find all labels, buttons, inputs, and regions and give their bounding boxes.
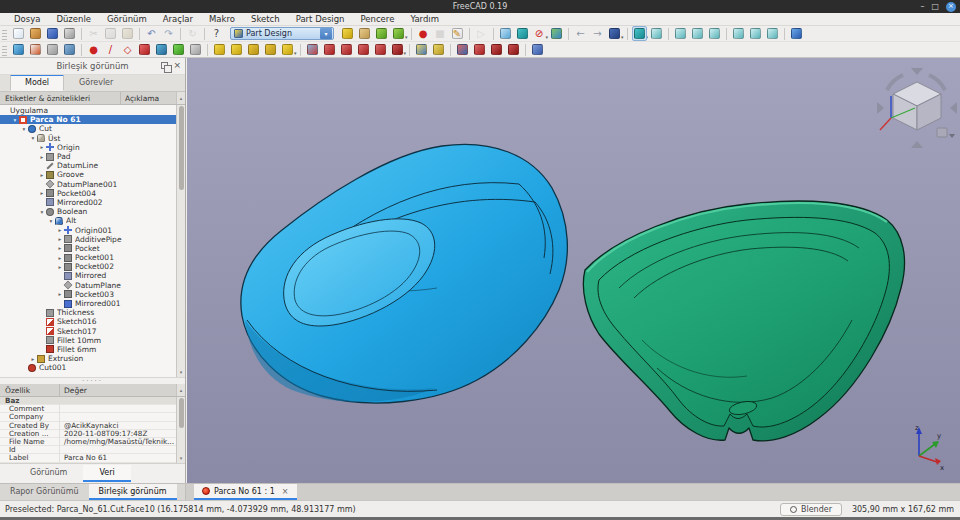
tab-g-revler[interactable]: Görevler [64, 75, 128, 91]
nav-back-button[interactable]: ← [573, 26, 588, 41]
tree-scrollbar-thumb[interactable] [179, 106, 184, 190]
tree-scroll-up-icon[interactable]: ▴ [176, 92, 185, 104]
property-scroll-up-icon[interactable]: ▴ [176, 384, 185, 396]
expander-icon[interactable]: ▸ [38, 172, 46, 178]
tree-item-datumline[interactable]: DatumLine [0, 161, 176, 170]
measure-distance-button[interactable] [789, 26, 804, 41]
workbench-selector[interactable]: Part Design▾ [230, 27, 334, 40]
nav-forward-button[interactable]: → [590, 26, 605, 41]
property-scroll-down-icon[interactable]: ▾ [177, 454, 185, 463]
tree-item-additivepipe[interactable]: ▸AdditivePipe [0, 235, 176, 244]
tree-item-cut001[interactable]: Cut001 [0, 363, 176, 372]
tree-item-thickness[interactable]: Thickness [0, 308, 176, 317]
view-axonometric-button[interactable] [649, 26, 664, 41]
additive-primitive-button[interactable] [280, 42, 295, 57]
zoom-region-button[interactable] [632, 26, 647, 41]
tree-item-cut[interactable]: ▾Cut [0, 124, 176, 133]
expander-icon[interactable]: ▾ [11, 117, 19, 123]
menu-part-design[interactable]: Part Design [288, 13, 353, 26]
datum-line-button[interactable]: / [103, 42, 118, 57]
make-link-button[interactable] [374, 26, 389, 41]
view-top-button[interactable] [690, 26, 705, 41]
macro-record-button[interactable]: ● [416, 26, 431, 41]
expander-icon[interactable]: ▸ [38, 154, 46, 160]
maximize-icon[interactable]: □ [931, 2, 939, 11]
expander-icon[interactable]: ▾ [38, 209, 46, 215]
expander-icon[interactable]: ▸ [56, 227, 64, 233]
navigation-style-button[interactable]: Blender [780, 503, 842, 516]
revolution-button[interactable] [229, 42, 244, 57]
menu-yard-m[interactable]: Yardım [402, 13, 447, 26]
tree-item-fillet-6mm[interactable]: Fillet 6mm [0, 345, 176, 354]
undo-button[interactable]: ↶ [144, 26, 159, 41]
std-group-button[interactable] [357, 26, 372, 41]
tree-item-parca-no-61[interactable]: ▾Parca No 61 [0, 115, 176, 124]
menu-ara-lar[interactable]: Araçlar [155, 13, 201, 26]
paste-button[interactable] [120, 26, 135, 41]
property-scrollbar-thumb[interactable] [179, 398, 184, 428]
tree-item-st[interactable]: ▾Üst [0, 134, 176, 143]
additive-loft-button[interactable] [246, 42, 261, 57]
multi-transform-button[interactable] [431, 42, 446, 57]
chamfer-button[interactable] [472, 42, 487, 57]
menu-pencere[interactable]: Pencere [353, 13, 403, 26]
view-front-button[interactable] [673, 26, 688, 41]
tree-item-origin001[interactable]: ▸Origin001 [0, 225, 176, 234]
property-row-label[interactable]: LabelParca No 61 [0, 454, 176, 462]
whats-this-button[interactable]: ? [209, 26, 224, 41]
tree-item-mirrored002[interactable]: Mirrored002 [0, 198, 176, 207]
tree-item-pocket002[interactable]: ▸Pocket002 [0, 262, 176, 271]
tree-item-pad[interactable]: ▸Pad [0, 152, 176, 161]
fit-all-button[interactable] [498, 26, 513, 41]
window-titlebar[interactable]: FreeCAD 0.19 – □ × [0, 0, 960, 13]
tree-item-datumplane001[interactable]: DatumPlane001 [0, 180, 176, 189]
texture-view-button[interactable] [549, 26, 564, 41]
tree-item-pocket004[interactable]: ▸Pocket004 [0, 189, 176, 198]
hole-button[interactable] [322, 42, 337, 57]
expander-icon[interactable]: ▸ [56, 264, 64, 270]
datum-point-button[interactable]: ● [86, 42, 101, 57]
tab-birle-ik-g-r-n-m[interactable]: Birleşik görünüm [89, 484, 177, 500]
tree-item-pocket[interactable]: ▸Pocket [0, 244, 176, 253]
expander-icon[interactable]: ▸ [38, 144, 46, 150]
expander-icon[interactable]: ▸ [56, 236, 64, 242]
expander-icon[interactable]: ▾ [47, 218, 55, 224]
tree-scrollbar[interactable]: ▾ [176, 105, 185, 377]
view-rotate-button[interactable] [607, 26, 622, 41]
tree-item-pocket001[interactable]: ▸Pocket001 [0, 253, 176, 262]
refresh-button[interactable]: ↻ [185, 26, 200, 41]
tree-item-datumplane[interactable]: DatumPlane [0, 281, 176, 290]
shape-binder-button[interactable] [154, 42, 169, 57]
pocket-button[interactable] [305, 42, 320, 57]
map-sketch-button[interactable] [45, 42, 60, 57]
macro-edit-button[interactable]: ✎ [450, 26, 465, 41]
toolbar-grip[interactable] [2, 28, 7, 40]
menu-g-r-n-m[interactable]: Görünüm [99, 13, 155, 26]
expander-icon[interactable]: ▸ [38, 190, 46, 196]
tab-model[interactable]: Model [10, 74, 64, 91]
std-part-button[interactable] [340, 26, 355, 41]
menu-d-zenle[interactable]: Düzenle [48, 13, 99, 26]
close-icon[interactable]: × [946, 2, 956, 12]
part-shell-green[interactable] [583, 201, 904, 441]
fillet-button[interactable] [455, 42, 470, 57]
subtractive-pipe-button[interactable] [373, 42, 388, 57]
open-file-button[interactable] [28, 26, 43, 41]
tree-item-alt[interactable]: ▾Alt [0, 216, 176, 225]
menu-sketch[interactable]: Sketch [243, 13, 288, 26]
zoom-tool-button[interactable] [515, 26, 530, 41]
create-sketch-button[interactable] [28, 42, 43, 57]
macro-play-button[interactable]: ▷ [474, 26, 489, 41]
navigation-cube[interactable] [877, 68, 957, 148]
part-solid-blue[interactable] [241, 144, 567, 403]
document-tab-close-icon[interactable]: × [282, 487, 289, 496]
view-bottom-button[interactable] [748, 26, 763, 41]
print-button[interactable] [62, 26, 77, 41]
tree-item-uygulama[interactable]: Uygulama [0, 106, 176, 115]
toolbar-grip[interactable] [2, 44, 7, 56]
subtractive-loft-button[interactable] [356, 42, 371, 57]
tree-item-sketch017[interactable]: Sketch017 [0, 327, 176, 336]
view-rear-button[interactable] [731, 26, 746, 41]
tab-g-r-n-m[interactable]: Görünüm [14, 465, 83, 482]
clone-button[interactable] [171, 42, 186, 57]
